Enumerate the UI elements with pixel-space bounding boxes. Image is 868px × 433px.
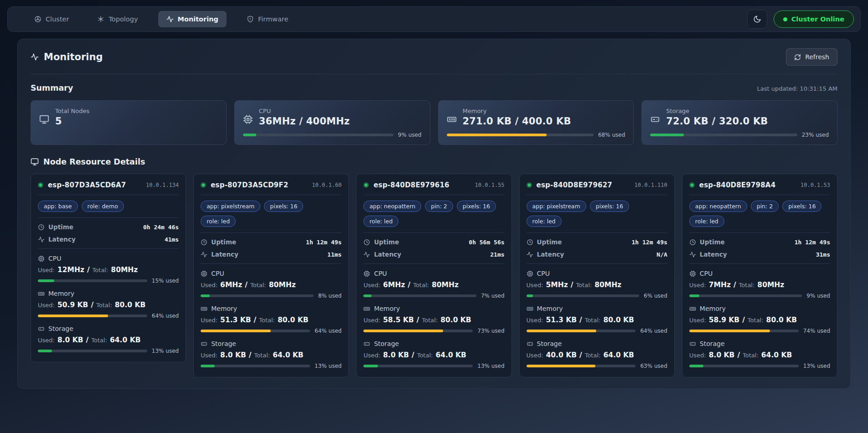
node-card-header: esp-807D3A5CD9F2 10.0.1.60 <box>201 181 341 189</box>
percent-used: 74% used <box>803 328 830 334</box>
used-value: 5MHz <box>546 281 568 289</box>
percent-used: 13% used <box>315 363 341 369</box>
total-label: Total: <box>739 282 755 289</box>
last-updated: Last updated: 10:31:15 AM <box>757 85 837 92</box>
total-label: Total: <box>250 282 266 289</box>
page-title: Monitoring <box>31 52 103 62</box>
used-label: Used: <box>527 282 543 289</box>
memory-metric: Memory Used: 51.3 KB / Total: 80.0 KB 64… <box>527 305 667 334</box>
node-card-header: esp-840D8E979616 10.0.1.55 <box>363 181 504 189</box>
separator: / <box>249 351 252 359</box>
node-details-heading: Node Resource Details <box>31 157 837 166</box>
card-label: CPU <box>259 108 350 114</box>
summary-card-cpu: CPU 36MHz / 400MHz 9% used <box>234 100 430 145</box>
uptime-label: Uptime <box>700 238 725 246</box>
summary-heading: Summary <box>31 83 73 93</box>
node-status-dot-icon <box>363 182 369 188</box>
cpu-icon <box>689 270 696 277</box>
latency-row: Latency 31ms <box>689 251 830 258</box>
node-name: esp-840D8E9798A4 <box>699 181 776 189</box>
node-card: esp-840D8E979616 10.0.1.55 app: neopatte… <box>356 174 512 377</box>
node-tag: app: neopattern <box>689 201 747 212</box>
storage-icon <box>650 114 660 124</box>
tab-label: Monitoring <box>178 15 218 23</box>
total-value: 64.0 KB <box>110 336 140 344</box>
latency-label: Latency <box>211 251 238 258</box>
memory-metric: Memory Used: 58.5 KB / Total: 80.0 KB 73… <box>363 305 504 334</box>
node-tags: app: neopatternpin: 2pixels: 16role: led <box>363 201 504 227</box>
latency-label: Latency <box>537 251 564 258</box>
uptime-label: Uptime <box>537 238 562 246</box>
node-tag: role: led <box>363 216 398 227</box>
total-label: Total: <box>422 317 438 324</box>
memory-icon <box>527 305 533 312</box>
storage-metric: Storage Used: 8.0 KB / Total: 64.0 KB 13… <box>363 340 504 369</box>
clock-icon <box>201 239 207 246</box>
clock-icon <box>363 239 370 246</box>
used-value: 8.0 KB <box>709 351 735 359</box>
tab-label: Topology <box>108 15 138 23</box>
used-value: 51.3 KB <box>220 316 251 324</box>
total-value: 64.0 KB <box>435 351 466 359</box>
total-value: 80.0 KB <box>766 316 797 324</box>
separator: / <box>254 316 257 324</box>
latency-row: Latency 41ms <box>38 236 179 243</box>
tab-monitoring[interactable]: Monitoring <box>158 11 227 27</box>
tab-topology[interactable]: Topology <box>89 11 146 27</box>
activity-icon <box>527 251 533 258</box>
tab-firmware[interactable]: Firmware <box>238 11 296 27</box>
latency-row: Latency 21ms <box>363 251 504 258</box>
cpu-icon <box>38 255 45 262</box>
metric-label: Memory <box>48 290 74 297</box>
activity-icon <box>38 236 45 243</box>
uptime-label: Uptime <box>48 223 73 231</box>
total-value: 80MHz <box>432 281 459 289</box>
metric-label: Storage <box>211 340 236 347</box>
node-card: esp-807D3A5CD6A7 10.0.1.134 app: baserol… <box>31 174 186 362</box>
separator: / <box>571 281 574 289</box>
node-status-dot-icon <box>38 182 43 188</box>
tab-cluster[interactable]: Cluster <box>26 11 77 27</box>
progress-bar <box>363 330 473 332</box>
latency-label: Latency <box>48 236 76 243</box>
uptime-value: 1h 12m 49s <box>306 239 341 246</box>
node-name: esp-807D3A5CD9F2 <box>211 181 288 189</box>
percent-used: 23% used <box>802 132 829 138</box>
metric-label: Memory <box>537 305 563 312</box>
uptime-row: Uptime 1h 12m 49s <box>689 238 830 246</box>
activity-icon <box>689 251 696 258</box>
cpu-metric: CPU Used: 12MHz / Total: 80MHz 15% used <box>38 255 179 284</box>
latency-value: 41ms <box>165 236 179 243</box>
progress-bar <box>689 365 799 367</box>
metric-label: Storage <box>700 340 725 347</box>
nav-tabs: Cluster Topology Monitoring Firmware <box>26 11 296 27</box>
cpu-icon <box>201 270 207 277</box>
progress-bar <box>201 330 310 332</box>
progress-bar <box>650 134 797 136</box>
used-value: 8.0 KB <box>383 351 409 359</box>
used-value: 8.0 KB <box>57 336 83 344</box>
total-value: 80.0 KB <box>115 301 145 309</box>
percent-used: 63% used <box>640 363 667 369</box>
used-value: 12MHz <box>57 266 84 274</box>
node-tags: app: neopatternpin: 2pixels: 16role: led <box>689 201 830 227</box>
total-label: Total: <box>254 352 270 359</box>
storage-icon <box>38 325 45 332</box>
separator: / <box>408 281 411 289</box>
node-tag: app: pixelstream <box>201 201 260 212</box>
used-value: 50.9 KB <box>57 301 88 309</box>
used-label: Used: <box>527 317 543 324</box>
metric-label: CPU <box>700 270 713 277</box>
cluster-icon <box>34 15 41 23</box>
card-label: Storage <box>666 108 768 114</box>
node-details-heading-text: Node Resource Details <box>43 157 145 166</box>
theme-toggle-button[interactable] <box>747 10 767 29</box>
refresh-button[interactable]: Refresh <box>786 48 837 66</box>
total-value: 64.0 KB <box>603 351 634 359</box>
total-value: 80MHz <box>594 281 621 289</box>
total-label: Total: <box>576 282 592 289</box>
uptime-label: Uptime <box>374 238 399 246</box>
cpu-metric: CPU Used: 6MHz / Total: 80MHz 7% used <box>363 270 504 299</box>
node-name: esp-840D8E979627 <box>537 181 612 189</box>
uptime-row: Uptime 1h 12m 49s <box>527 238 667 246</box>
